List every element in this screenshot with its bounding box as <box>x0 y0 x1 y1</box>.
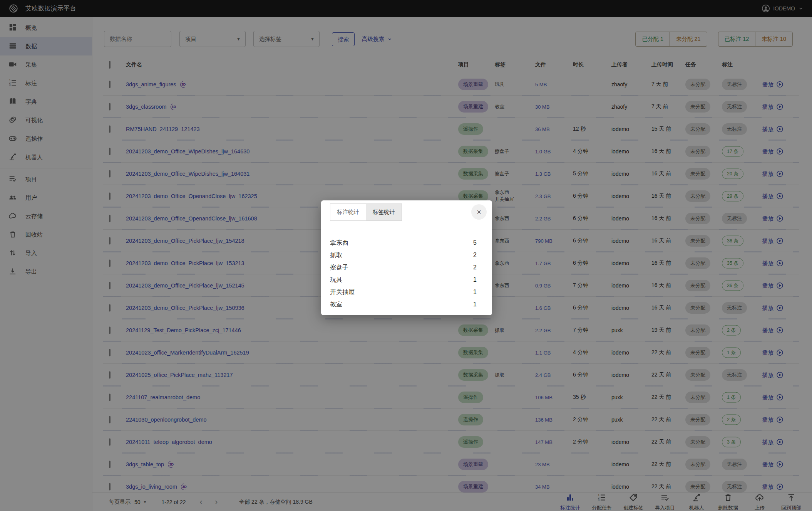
stat-value: 1 <box>473 289 477 296</box>
stat-value: 1 <box>473 276 477 283</box>
stat-value: 2 <box>473 264 477 271</box>
stat-row: 擦盘子2 <box>330 261 477 274</box>
stat-label: 抓取 <box>330 251 342 259</box>
stat-value: 1 <box>473 301 477 308</box>
tab-标注统计[interactable]: 标注统计 <box>330 203 366 221</box>
stat-row: 抓取2 <box>330 249 477 261</box>
app-root: 艾欧数据演示平台 IODEMO 概览数据采集123标注字典可视化遥操作机器人项目… <box>0 0 812 511</box>
statistics-tabs: 标注统计标签统计 <box>330 203 402 221</box>
stat-row: 教室1 <box>330 298 477 311</box>
tab-标签统计[interactable]: 标签统计 <box>366 203 402 221</box>
stat-row: 拿东西5 <box>330 237 477 249</box>
stat-label: 擦盘子 <box>330 264 348 272</box>
stat-label: 开关抽屉 <box>330 288 355 296</box>
stat-row: 玩具1 <box>330 274 477 286</box>
stat-row: 开关抽屉1 <box>330 286 477 298</box>
close-icon[interactable]: × <box>471 204 487 220</box>
stat-label: 教室 <box>330 301 342 309</box>
stat-value: 2 <box>473 252 477 259</box>
stat-label: 玩具 <box>330 276 342 284</box>
statistics-dialog: 标注统计标签统计 × 拿东西5抓取2擦盘子2玩具1开关抽屉1教室1 <box>321 200 492 315</box>
stat-label: 拿东西 <box>330 239 348 247</box>
stat-value: 5 <box>473 239 477 246</box>
